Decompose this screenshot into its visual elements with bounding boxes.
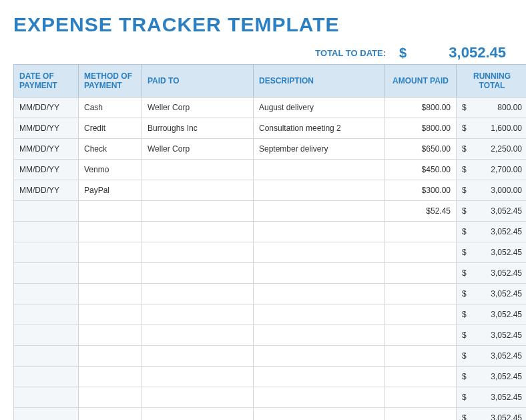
cell-amount[interactable]: $450.00 xyxy=(385,160,457,180)
cell-paidto[interactable] xyxy=(142,387,254,408)
cell-paidto[interactable] xyxy=(142,222,254,242)
cell-amount[interactable]: $650.00 xyxy=(385,139,457,160)
table-row: MM/DD/YYCashWeller CorpAugust delivery$8… xyxy=(14,97,527,118)
cell-amount[interactable] xyxy=(385,304,457,325)
cell-date[interactable] xyxy=(14,304,79,325)
cell-running[interactable]: $3,000.00 xyxy=(457,180,527,201)
cell-paidto[interactable] xyxy=(142,408,254,421)
cell-amount[interactable]: $300.00 xyxy=(385,180,457,201)
cell-date[interactable]: MM/DD/YY xyxy=(14,139,79,160)
cell-date[interactable] xyxy=(14,408,79,421)
cell-running[interactable]: $3,052.45 xyxy=(457,284,527,304)
cell-running[interactable]: $3,052.45 xyxy=(457,408,527,421)
cell-method[interactable]: PayPal xyxy=(79,180,142,201)
cell-method[interactable] xyxy=(79,408,142,421)
cell-desc[interactable] xyxy=(254,304,385,325)
cell-desc[interactable] xyxy=(254,180,385,201)
cell-running[interactable]: $3,052.45 xyxy=(457,263,527,284)
cell-desc[interactable] xyxy=(254,263,385,284)
cell-running[interactable]: $3,052.45 xyxy=(457,367,527,387)
cell-date[interactable] xyxy=(14,263,79,284)
cell-amount[interactable] xyxy=(385,387,457,408)
cell-date[interactable] xyxy=(14,201,79,222)
cell-method[interactable] xyxy=(79,222,142,242)
cell-paidto[interactable]: Weller Corp xyxy=(142,139,254,160)
cell-running[interactable]: $3,052.45 xyxy=(457,304,527,325)
cell-method[interactable] xyxy=(79,284,142,304)
cell-running[interactable]: $3,052.45 xyxy=(457,387,527,408)
cell-method[interactable]: Credit xyxy=(79,118,142,139)
cell-paidto[interactable] xyxy=(142,180,254,201)
cell-amount[interactable] xyxy=(385,408,457,421)
cell-date[interactable] xyxy=(14,346,79,367)
cell-running[interactable]: $3,052.45 xyxy=(457,346,527,367)
cell-desc[interactable] xyxy=(254,367,385,387)
cell-running[interactable]: $3,052.45 xyxy=(457,325,527,346)
cell-date[interactable] xyxy=(14,284,79,304)
cell-amount[interactable] xyxy=(385,242,457,263)
cell-desc[interactable] xyxy=(254,160,385,180)
cell-paidto[interactable] xyxy=(142,201,254,222)
cell-paidto[interactable]: Burroughs Inc xyxy=(142,118,254,139)
cell-desc[interactable]: August delivery xyxy=(254,97,385,118)
cell-running[interactable]: $3,052.45 xyxy=(457,242,527,263)
cell-date[interactable] xyxy=(14,242,79,263)
header-desc: DESCRIPTION xyxy=(254,65,385,97)
cell-method[interactable]: Cash xyxy=(79,97,142,118)
running-currency: $ xyxy=(462,351,467,361)
cell-date[interactable]: MM/DD/YY xyxy=(14,118,79,139)
cell-method[interactable] xyxy=(79,367,142,387)
cell-method[interactable]: Venmo xyxy=(79,160,142,180)
cell-amount[interactable] xyxy=(385,222,457,242)
cell-desc[interactable] xyxy=(254,201,385,222)
cell-method[interactable] xyxy=(79,201,142,222)
cell-method[interactable] xyxy=(79,304,142,325)
cell-desc[interactable]: Consultation meeting 2 xyxy=(254,118,385,139)
cell-amount[interactable] xyxy=(385,367,457,387)
cell-paidto[interactable] xyxy=(142,263,254,284)
cell-running[interactable]: $2,250.00 xyxy=(457,139,527,160)
cell-paidto[interactable] xyxy=(142,242,254,263)
cell-date[interactable]: MM/DD/YY xyxy=(14,180,79,201)
cell-running[interactable]: $2,700.00 xyxy=(457,160,527,180)
cell-desc[interactable] xyxy=(254,325,385,346)
cell-paidto[interactable] xyxy=(142,346,254,367)
cell-date[interactable] xyxy=(14,367,79,387)
cell-running[interactable]: $3,052.45 xyxy=(457,201,527,222)
cell-desc[interactable] xyxy=(254,408,385,421)
cell-paidto[interactable] xyxy=(142,284,254,304)
cell-amount[interactable] xyxy=(385,325,457,346)
header-amount: AMOUNT PAID xyxy=(385,65,457,97)
cell-date[interactable] xyxy=(14,387,79,408)
cell-desc[interactable] xyxy=(254,222,385,242)
cell-method[interactable] xyxy=(79,346,142,367)
cell-date[interactable]: MM/DD/YY xyxy=(14,160,79,180)
cell-running[interactable]: $3,052.45 xyxy=(457,222,527,242)
cell-amount[interactable]: $52.45 xyxy=(385,201,457,222)
cell-method[interactable] xyxy=(79,242,142,263)
cell-desc[interactable] xyxy=(254,242,385,263)
cell-desc[interactable] xyxy=(254,284,385,304)
cell-date[interactable] xyxy=(14,325,79,346)
cell-date[interactable]: MM/DD/YY xyxy=(14,97,79,118)
cell-date[interactable] xyxy=(14,222,79,242)
cell-paidto[interactable] xyxy=(142,160,254,180)
cell-method[interactable] xyxy=(79,387,142,408)
cell-paidto[interactable] xyxy=(142,325,254,346)
cell-method[interactable]: Check xyxy=(79,139,142,160)
cell-amount[interactable] xyxy=(385,263,457,284)
cell-running[interactable]: $1,600.00 xyxy=(457,118,527,139)
cell-desc[interactable]: September delivery xyxy=(254,139,385,160)
cell-method[interactable] xyxy=(79,263,142,284)
cell-amount[interactable]: $800.00 xyxy=(385,118,457,139)
cell-paidto[interactable]: Weller Corp xyxy=(142,97,254,118)
cell-amount[interactable] xyxy=(385,284,457,304)
cell-method[interactable] xyxy=(79,325,142,346)
cell-desc[interactable] xyxy=(254,387,385,408)
cell-amount[interactable] xyxy=(385,346,457,367)
cell-running[interactable]: $800.00 xyxy=(457,97,527,118)
cell-amount[interactable]: $800.00 xyxy=(385,97,457,118)
cell-paidto[interactable] xyxy=(142,367,254,387)
cell-desc[interactable] xyxy=(254,346,385,367)
cell-paidto[interactable] xyxy=(142,304,254,325)
